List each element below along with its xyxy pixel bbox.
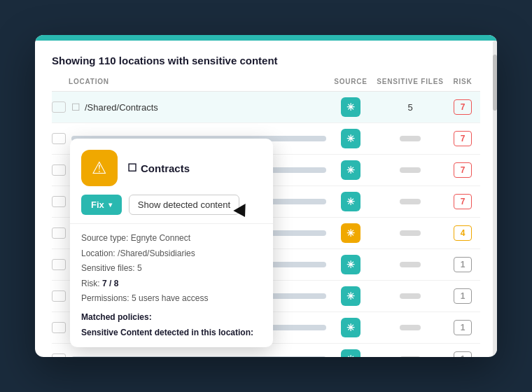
risk-label: Risk: <box>81 279 100 288</box>
folder-icon: ☐ <box>71 102 80 113</box>
row-checkbox[interactable] <box>52 196 66 207</box>
source-badge: ✳ <box>341 97 360 117</box>
source-badge: ✳ <box>341 318 360 337</box>
risk-badge: 4 <box>454 225 472 241</box>
top-bar <box>35 35 497 41</box>
popup-card: ⚠ ☐ Contracts Fix ▾ Show detected conten… <box>70 139 273 347</box>
location-bar <box>71 356 326 357</box>
risk-badge: 1 <box>454 351 472 357</box>
sensitive-bar <box>400 356 421 357</box>
sensitive-files-value: 5 <box>137 263 142 273</box>
popup-header: ⚠ ☐ Contracts <box>70 139 273 195</box>
popup-details: Source type: Egnyte Connect Location: /S… <box>70 223 273 347</box>
popup-folder-icon: ☐ <box>127 162 136 174</box>
show-detected-button[interactable]: Show detected content <box>129 195 239 215</box>
permissions-row: Permissions: 5 users have access <box>81 291 262 307</box>
popup-actions: Fix ▾ Show detected content <box>70 195 273 223</box>
main-card: Showing 110 locations with sensitive con… <box>35 35 497 357</box>
risk-badge: 1 <box>454 320 472 335</box>
sensitive-col: 5 <box>375 102 445 113</box>
source-col: ✳ <box>326 97 375 117</box>
risk-badge: 7 <box>454 131 472 146</box>
sensitive-bar <box>400 136 421 141</box>
fix-button[interactable]: Fix ▾ <box>81 195 122 215</box>
main-content: Showing 110 locations with sensitive con… <box>35 41 497 357</box>
row-checkbox[interactable] <box>52 354 66 357</box>
permissions-value: 5 users have access <box>132 293 208 303</box>
risk-col: 7 <box>445 99 480 115</box>
risk-badge: 7 <box>454 99 472 115</box>
sensitive-bar <box>400 325 421 330</box>
risk-badge: 1 <box>454 257 472 272</box>
permissions-label: Permissions: <box>81 293 130 303</box>
warning-icon: ⚠ <box>92 158 107 178</box>
source-badge: ✳ <box>341 129 360 148</box>
table-row[interactable]: ☐ /Shared/Contracts ✳ 5 7 <box>52 92 480 123</box>
sensitive-bar <box>400 293 421 299</box>
sensitive-bar <box>400 199 421 204</box>
location-text: /Shared/Contracts <box>85 102 158 113</box>
matched-policies-title: Matched policies: <box>81 312 262 322</box>
row-checkbox[interactable] <box>52 259 66 270</box>
row-location: ☐ /Shared/Contracts <box>71 102 326 113</box>
sensitive-bar <box>400 167 421 173</box>
row-checkbox[interactable] <box>52 102 66 113</box>
popup-location-name: ☐ Contracts <box>127 162 190 174</box>
source-badge: ✳ <box>341 349 360 357</box>
col-location-header: LOCATION <box>52 78 326 85</box>
source-badge: ✳ <box>341 223 360 243</box>
risk-badge: 7 <box>454 162 472 178</box>
source-type-label: Source type: <box>81 233 128 243</box>
risk-badge: 1 <box>454 288 472 304</box>
sensitive-files-row: Sensitive files: 5 <box>81 261 262 276</box>
risk-badge: 7 <box>454 194 472 209</box>
location-label: Location: <box>81 248 115 258</box>
source-type-value: Egnyte Connect <box>131 233 190 243</box>
sensitive-count: 5 <box>375 102 445 113</box>
source-badge: ✳ <box>341 286 360 306</box>
source-type-row: Source type: Egnyte Connect <box>81 231 262 246</box>
table-header: LOCATION SOURCE SENSITIVE FILES RISK <box>52 78 480 92</box>
sensitive-bar <box>400 262 421 267</box>
page-title: Showing 110 locations with sensitive con… <box>52 55 480 66</box>
row-location <box>71 356 326 357</box>
risk-row: Risk: 7 / 8 <box>81 276 262 292</box>
row-checkbox[interactable] <box>52 290 66 302</box>
col-source-header: SOURCE <box>326 78 375 85</box>
col-sensitive-header: SENSITIVE FILES <box>375 78 445 85</box>
sensitive-bar <box>400 230 421 236</box>
warning-icon-wrapper: ⚠ <box>81 150 118 186</box>
location-value: /Shared/Subsidiaries <box>118 248 195 258</box>
row-checkbox[interactable] <box>52 164 66 176</box>
risk-value: 7 / 8 <box>102 279 118 288</box>
source-badge: ✳ <box>341 160 360 180</box>
row-checkbox[interactable] <box>52 133 66 144</box>
sensitive-files-label: Sensitive files: <box>81 263 135 273</box>
source-badge: ✳ <box>341 255 360 274</box>
sensitive-content-title: Sensitive Content detected in this locat… <box>81 328 262 337</box>
row-checkbox[interactable] <box>52 227 66 239</box>
location-row: Location: /Shared/Subsidiaries <box>81 246 262 262</box>
row-checkbox[interactable] <box>52 322 66 333</box>
source-badge: ✳ <box>341 192 360 211</box>
fix-dropdown-arrow: ▾ <box>108 201 112 209</box>
col-risk-header: RISK <box>445 78 480 85</box>
